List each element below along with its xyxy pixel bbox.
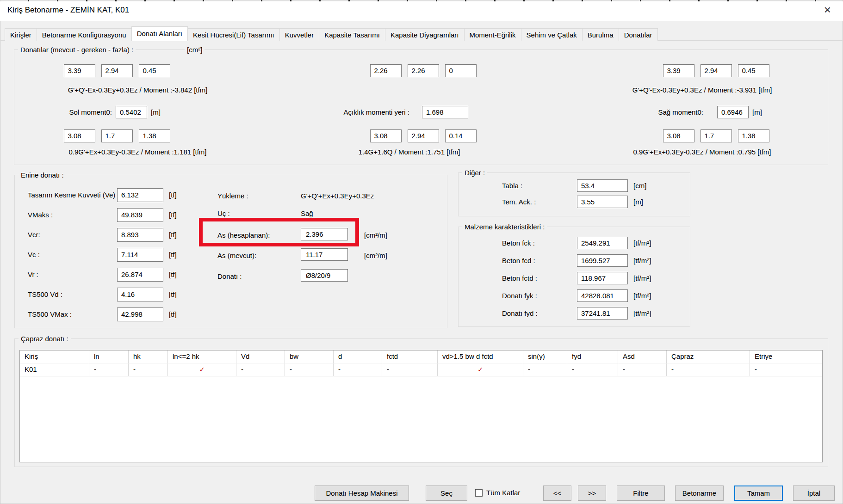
value-box[interactable]: 3.39: [663, 64, 694, 77]
diger-field[interactable]: 53.4: [577, 179, 628, 192]
malzeme-label: Beton fck :: [502, 239, 577, 247]
as-hesaplanan-unit: [cm²/m]: [364, 231, 387, 239]
capraz-column-header[interactable]: fyd: [567, 350, 618, 363]
tab-burulma[interactable]: Burulma: [582, 28, 619, 41]
capraz-cell: -: [618, 363, 667, 376]
diger-unit: [m]: [633, 198, 643, 206]
capraz-column-header[interactable]: bw: [285, 350, 334, 363]
enine-field[interactable]: 7.114: [117, 248, 163, 262]
capraz-cell: -: [236, 363, 285, 376]
sol-moment0-label: Sol moment0:: [46, 108, 112, 116]
malzeme-label: Donatı fyd :: [502, 309, 577, 317]
enine-row: Tasarım Kesme Kuvveti (Ve)6.132[tf]: [28, 185, 177, 205]
enine-field[interactable]: 42.998: [117, 307, 163, 321]
tab-betonarme-konfig-rasyonu[interactable]: Betonarme Konfigürasyonu: [37, 28, 132, 41]
donati-hesap-makinesi-button[interactable]: Donatı Hesap Makinesi: [315, 486, 409, 501]
capraz-column-header[interactable]: Çapraz: [667, 350, 750, 363]
sag-moment0-field[interactable]: 0.6946: [717, 106, 749, 118]
capraz-column-header[interactable]: Kiriş: [20, 350, 89, 363]
value-box[interactable]: 2.26: [370, 64, 402, 77]
capraz-column-header[interactable]: Asd: [618, 350, 667, 363]
capraz-cell: -: [667, 363, 750, 376]
capraz-column-header[interactable]: sin(y): [523, 350, 567, 363]
malzeme-unit: [tf/m²]: [633, 257, 651, 264]
tum-katlar-label[interactable]: Tüm Katlar: [486, 489, 520, 497]
value-box[interactable]: 3.08: [370, 129, 402, 142]
left-bottom-caption: 0.9G'+Ex+0.3Ey-0.3Ez / Moment :1.181 [tf…: [51, 148, 224, 156]
iptal-button[interactable]: İptal: [793, 486, 835, 501]
enine-label: TS500 VMax :: [28, 310, 117, 318]
value-box[interactable]: 2.94: [408, 129, 439, 142]
enine-field[interactable]: 4.16: [117, 288, 163, 301]
value-box[interactable]: 1.7: [101, 129, 133, 142]
malzeme-row: Donatı fyk :42828.081[tf/m²]: [502, 287, 651, 304]
window-title: Kiriş Betonarme - ZEMİN KAT, K01: [7, 6, 129, 15]
malzeme-field[interactable]: 1699.527: [577, 254, 628, 267]
malzeme-row: Beton fctd :118.967[tf/m²]: [502, 269, 651, 287]
tab-moment-e-rilik[interactable]: Moment-Eğrilik: [464, 28, 521, 41]
malzeme-field[interactable]: 42828.081: [577, 289, 628, 302]
value-box[interactable]: 1.38: [738, 129, 769, 142]
prev-button[interactable]: <<: [543, 486, 571, 501]
capraz-column-header[interactable]: d: [334, 350, 382, 363]
capraz-cell: K01: [20, 363, 89, 376]
value-box[interactable]: 3.39: [64, 64, 95, 77]
malzeme-row: Donatı fyd :37241.81[tf/m²]: [502, 304, 651, 322]
capraz-column-header[interactable]: hk: [129, 350, 168, 363]
sol-moment0-field[interactable]: 0.5402: [116, 106, 147, 118]
value-box[interactable]: 1.7: [700, 129, 732, 142]
capraz-column-header[interactable]: ln: [89, 350, 129, 363]
capraz-column-header[interactable]: Vd: [236, 350, 285, 363]
sec-button[interactable]: Seç: [426, 486, 467, 501]
tab-donat-lar[interactable]: Donatılar: [619, 28, 658, 41]
value-box[interactable]: 2.94: [700, 64, 732, 77]
enine-field[interactable]: 8.893: [117, 228, 163, 242]
enine-unit: [tf]: [169, 270, 177, 278]
capraz-data-row[interactable]: K01--✓----✓-----: [20, 363, 822, 376]
tab-kapasite-diyagramlar[interactable]: Kapasite Diyagramları: [385, 28, 465, 41]
next-button[interactable]: >>: [578, 486, 606, 501]
capraz-column-header[interactable]: fctd: [382, 350, 438, 363]
donati-field[interactable]: Ø8/20/9: [301, 269, 348, 282]
capraz-column-header[interactable]: Etriye: [750, 350, 823, 363]
tum-katlar-checkbox[interactable]: [475, 489, 483, 497]
middle-bottom-values: 3.08 2.94 0.14: [336, 129, 510, 142]
tab-kuvvetler[interactable]: Kuvvetler: [279, 28, 320, 41]
betonarme-button[interactable]: Betonarme: [675, 486, 724, 501]
capraz-column-header[interactable]: vd>1.5 bw d fctd: [438, 350, 523, 363]
malzeme-field[interactable]: 118.967: [577, 272, 628, 284]
value-box[interactable]: 3.08: [64, 129, 95, 142]
value-box[interactable]: 0.14: [445, 129, 477, 142]
malzeme-field[interactable]: 37241.81: [577, 307, 628, 320]
value-box[interactable]: 0.45: [139, 64, 170, 77]
aciklik-momenti-field[interactable]: 1.698: [422, 106, 468, 118]
close-icon[interactable]: ×: [824, 2, 831, 17]
group-donatilar-title: Donatılar (mevcut - gereken - fazla) :: [18, 46, 136, 54]
malzeme-field[interactable]: 2549.291: [577, 237, 628, 249]
tab-kiri-ler[interactable]: Kirişler: [5, 28, 37, 41]
as-mevcut-field[interactable]: 11.17: [301, 248, 348, 261]
tamam-button[interactable]: Tamam: [734, 486, 783, 501]
enine-field[interactable]: 6.132: [117, 188, 163, 202]
value-box[interactable]: 3.08: [663, 129, 694, 142]
tab-kapasite-tasar-m[interactable]: Kapasite Tasarımı: [319, 28, 385, 41]
tab-donat-alanlar[interactable]: Donatı Alanları: [131, 26, 188, 41]
tab-kesit-h-cresi-lif-tasar-m[interactable]: Kesit Hücresi(Lif) Tasarımı: [187, 28, 280, 41]
left-bottom-values: 3.08 1.7 1.38: [30, 129, 204, 142]
as-hesaplanan-field[interactable]: 2.396: [301, 228, 348, 240]
tab-sehim-ve-atlak[interactable]: Sehim ve Çatlak: [521, 28, 583, 41]
enine-field[interactable]: 26.874: [117, 268, 163, 282]
beam-rc-dialog: Kiriş Betonarme - ZEMİN KAT, K01 × Kiriş…: [0, 0, 843, 504]
value-box[interactable]: 1.38: [139, 129, 170, 142]
value-box[interactable]: 0: [445, 64, 477, 77]
enine-label: Tasarım Kesme Kuvveti (Ve): [28, 191, 117, 199]
diger-field[interactable]: 3.55: [577, 196, 628, 208]
filtre-button[interactable]: Filtre: [617, 486, 665, 501]
value-box[interactable]: 0.45: [738, 64, 769, 77]
sag-moment0-row: Sağ moment0: 0.6946 [m]: [638, 106, 762, 118]
capraz-column-header[interactable]: ln<=2 hk: [168, 350, 236, 363]
enine-field[interactable]: 49.839: [117, 208, 163, 222]
value-box[interactable]: 2.26: [408, 64, 439, 77]
uc-label: Uç :: [217, 209, 230, 217]
value-box[interactable]: 2.94: [101, 64, 133, 77]
